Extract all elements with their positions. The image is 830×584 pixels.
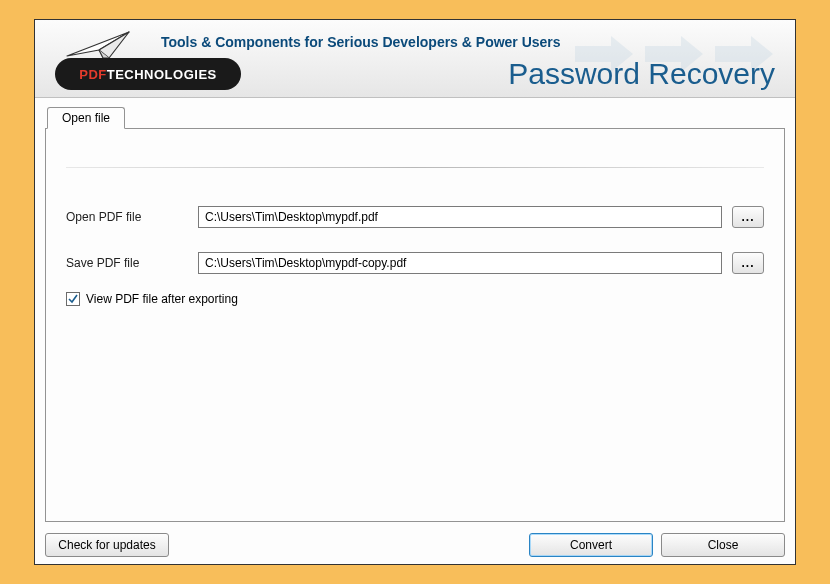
save-file-browse-button[interactable]: ...	[732, 252, 764, 274]
view-after-row: View PDF file after exporting	[66, 292, 764, 306]
open-file-row: Open PDF file ...	[66, 206, 764, 228]
convert-button[interactable]: Convert	[529, 533, 653, 557]
open-file-browse-button[interactable]: ...	[732, 206, 764, 228]
close-button[interactable]: Close	[661, 533, 785, 557]
footer: Check for updates Convert Close	[35, 526, 795, 564]
save-file-input[interactable]	[198, 252, 722, 274]
save-file-row: Save PDF file ...	[66, 252, 764, 274]
logo-badge: PDFTECHNOLOGIES	[55, 58, 241, 90]
open-file-label: Open PDF file	[66, 210, 198, 224]
open-file-input[interactable]	[198, 206, 722, 228]
app-title: Password Recovery	[508, 57, 775, 91]
body-area: Open file Open PDF file ... Save PDF fil…	[35, 98, 795, 526]
view-after-checkbox[interactable]	[66, 292, 80, 306]
app-window: Tools & Components for Serious Developer…	[34, 19, 796, 565]
logo-pdf-text: PDF	[79, 67, 107, 82]
checkmark-icon	[68, 294, 78, 304]
view-after-label: View PDF file after exporting	[86, 292, 238, 306]
header: Tools & Components for Serious Developer…	[35, 20, 795, 98]
save-file-label: Save PDF file	[66, 256, 198, 270]
tagline: Tools & Components for Serious Developer…	[161, 34, 561, 50]
logo-tech-text: TECHNOLOGIES	[107, 67, 217, 82]
tab-open-file[interactable]: Open file	[47, 107, 125, 129]
divider	[66, 167, 764, 168]
check-updates-button[interactable]: Check for updates	[45, 533, 169, 557]
tabs-row: Open file	[45, 106, 785, 128]
tab-panel-open-file: Open PDF file ... Save PDF file ... View…	[45, 128, 785, 522]
